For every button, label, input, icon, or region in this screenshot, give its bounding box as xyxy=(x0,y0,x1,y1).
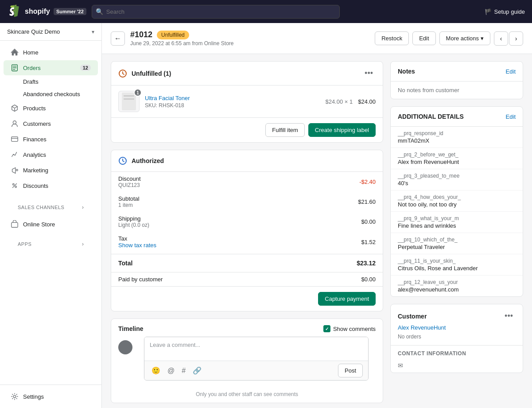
restock-button[interactable]: Restock xyxy=(375,31,409,45)
home-label: Home xyxy=(23,49,39,56)
emoji-button[interactable]: 🙂 xyxy=(150,365,162,376)
sales-channels-expand-icon: › xyxy=(82,204,84,210)
orders-label: Orders xyxy=(23,65,41,71)
svg-rect-2 xyxy=(12,137,18,142)
store-selector[interactable]: Skincare Quiz Demo ▾ xyxy=(0,23,101,41)
notes-edit-link[interactable]: Edit xyxy=(506,68,516,75)
detail-row: __prq_10_which_of_the_ Perpetual Travele… xyxy=(391,233,523,254)
sidebar-item-discounts[interactable]: Discounts xyxy=(4,178,98,193)
detail-key: __prq_4_how_does_your_ xyxy=(398,194,516,200)
customer-card-header: Customer ••• xyxy=(391,304,523,324)
timeline-card: Timeline Show comments 🙂 xyxy=(111,319,383,403)
order-header: ← #1012 Unfulfilled June 29, 2022 at 6:5… xyxy=(102,23,532,54)
show-tax-rates-link[interactable]: Show tax rates xyxy=(118,242,156,249)
detail-key: __prq_9_what_is_your_m xyxy=(398,215,516,221)
more-actions-button[interactable]: More actions ▾ xyxy=(439,31,490,45)
summer-badge: Summer '22 xyxy=(54,8,86,15)
next-order-button[interactable]: › xyxy=(509,31,523,46)
search-input[interactable] xyxy=(92,5,340,19)
sidebar-item-online-store[interactable]: Online Store xyxy=(4,217,98,232)
unfulfilled-card-header: Unfulfilled (1) ••• xyxy=(111,62,383,85)
sidebar-item-apps[interactable]: Apps › xyxy=(11,237,91,251)
capture-payment-button[interactable]: Capture payment xyxy=(318,292,376,306)
customer-title: Customer xyxy=(398,313,427,320)
subtotal-sublabel: 1 item xyxy=(118,202,140,208)
detail-row: __prq_4_how_does_your_ Not too oily, not… xyxy=(391,190,523,212)
mention-button[interactable]: @ xyxy=(166,366,176,376)
create-shipping-label-button[interactable]: Create shipping label xyxy=(308,123,376,137)
unfulfilled-menu-button[interactable]: ••• xyxy=(362,68,376,79)
svg-point-3 xyxy=(16,169,18,171)
shopify-logo-icon xyxy=(7,4,21,19)
post-button[interactable]: Post xyxy=(338,364,363,377)
notes-card: Notes Edit No notes from customer xyxy=(390,61,523,99)
order-date: June 29, 2022 at 6:55 am from Online Sto… xyxy=(130,40,233,47)
discounts-icon xyxy=(11,182,19,190)
setup-guide-button[interactable]: 🏴 Setup guide xyxy=(485,8,525,15)
product-total: $24.00 xyxy=(358,98,376,105)
sidebar-nav: Home Orders 12 Drafts Abandoned checkout… xyxy=(0,41,101,385)
sidebar-item-home[interactable]: Home xyxy=(4,45,98,60)
comment-input[interactable] xyxy=(144,337,368,359)
svg-rect-6 xyxy=(12,222,18,227)
capture-actions: Capture payment xyxy=(111,286,383,311)
sidebar-item-abandoned[interactable]: Abandoned checkouts xyxy=(4,88,98,100)
timeline-header: Timeline Show comments xyxy=(111,319,383,337)
customer-name-link[interactable]: Alex RevenueHunt xyxy=(391,324,523,334)
sidebar-item-settings[interactable]: Settings xyxy=(4,389,98,404)
show-comments-checkbox[interactable] xyxy=(323,325,330,332)
detail-value: alex@revenuehunt.com xyxy=(398,286,516,293)
detail-key: __prq_response_id xyxy=(398,130,516,136)
detail-row: __prq_response_id mmTA02mX xyxy=(391,127,523,148)
settings-icon xyxy=(11,392,19,400)
sidebar-item-drafts[interactable]: Drafts xyxy=(4,76,98,88)
back-button[interactable]: ← xyxy=(111,31,125,46)
paid-row: Paid by customer $0.00 xyxy=(111,272,383,286)
products-label: Products xyxy=(23,105,46,112)
order-status-badge: Unfulfilled xyxy=(157,31,189,39)
search-icon: 🔍 xyxy=(96,8,103,15)
order-title-group: #1012 Unfulfilled June 29, 2022 at 6:55 … xyxy=(130,30,233,47)
paid-label: Paid by customer xyxy=(118,276,163,283)
more-actions-label: More actions xyxy=(446,35,479,42)
product-name-link[interactable]: Ultra Facial Toner xyxy=(145,95,190,101)
authorized-card: Authorized Discount QUIZ123 -$2.40 Subto xyxy=(111,150,383,311)
sidebar-item-analytics[interactable]: Analytics xyxy=(4,147,98,162)
fulfill-item-button[interactable]: Fulfill item xyxy=(265,123,305,137)
nav-arrows: ‹ › xyxy=(494,31,523,46)
orders-icon xyxy=(11,64,19,72)
subtotal-value: $21.60 xyxy=(358,198,376,205)
sidebar: Skincare Quiz Demo ▾ Home Orders 12 xyxy=(0,23,102,408)
email-icon: ✉ xyxy=(398,362,403,369)
customer-orders-text: No orders xyxy=(391,334,523,345)
product-price-per-qty: $24.00 × 1 xyxy=(325,98,353,105)
notes-title: Notes xyxy=(398,68,415,75)
logo-text: shopify xyxy=(25,8,50,16)
prev-order-button[interactable]: ‹ xyxy=(494,31,508,46)
sidebar-item-sales-channels[interactable]: Sales channels › xyxy=(11,201,91,214)
customer-menu-button[interactable]: ••• xyxy=(502,311,516,322)
discount-value: -$2.40 xyxy=(359,179,376,185)
avatar xyxy=(118,340,132,354)
link-button[interactable]: 🔗 xyxy=(191,365,203,376)
flag-icon: 🏴 xyxy=(485,8,492,15)
edit-button[interactable]: Edit xyxy=(412,31,435,45)
sidebar-item-finances[interactable]: Finances xyxy=(4,132,98,147)
product-info: Ultra Facial Toner SKU: RHSK-018 xyxy=(145,95,320,109)
hashtag-button[interactable]: # xyxy=(180,366,187,376)
sidebar-item-marketing[interactable]: Marketing xyxy=(4,163,98,178)
detail-row: __prq_12_leave_us_your alex@revenuehunt.… xyxy=(391,276,523,296)
order-body: Unfulfilled (1) ••• 1 Ultra Facial Toner xyxy=(102,54,532,408)
shipping-value: $0.00 xyxy=(361,218,376,225)
order-header-left: ← #1012 Unfulfilled June 29, 2022 at 6:5… xyxy=(111,30,369,47)
additional-details-edit-link[interactable]: Edit xyxy=(506,113,516,120)
contact-info-header: CONTACT INFORMATION xyxy=(391,345,523,359)
unfulfilled-card: Unfulfilled (1) ••• 1 Ultra Facial Toner xyxy=(111,61,383,143)
header-actions: Restock Edit More actions ▾ ‹ › xyxy=(375,31,523,46)
sidebar-item-orders[interactable]: Orders 12 xyxy=(4,60,98,75)
additional-details-body: __prq_response_id mmTA02mX __prq_2_befor… xyxy=(391,127,523,296)
sidebar-item-products[interactable]: Products xyxy=(4,101,98,116)
sidebar-item-customers[interactable]: Customers xyxy=(4,116,98,131)
show-comments-toggle[interactable]: Show comments xyxy=(323,325,376,332)
order-number: #1012 xyxy=(130,30,152,39)
